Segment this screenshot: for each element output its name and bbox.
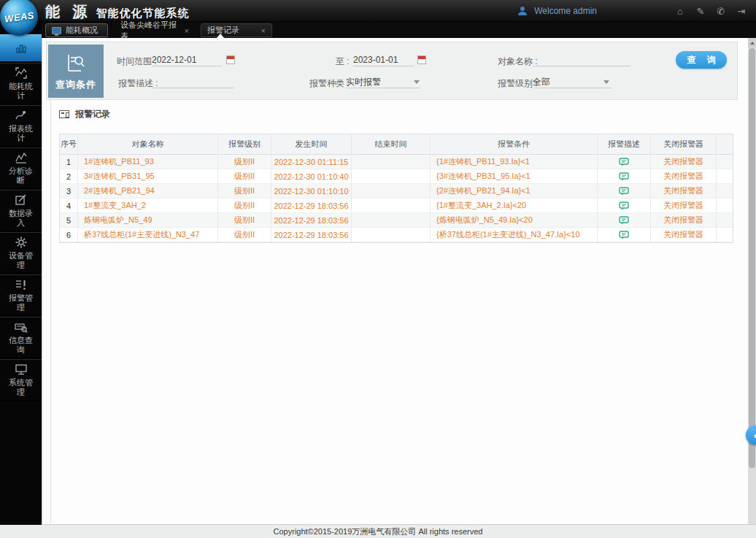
cell-level: 级别II: [218, 213, 271, 228]
sidebar-item-energy-stats[interactable]: 能耗统计: [0, 63, 42, 104]
calendar-icon[interactable]: [417, 55, 426, 64]
col-header-desc: 报警描述: [598, 134, 651, 155]
cell-extra: [717, 213, 733, 228]
app-title-secondary: 智能优化节能系统: [96, 7, 190, 20]
tab-alarm-records[interactable]: 报警记录 ×: [201, 23, 272, 37]
tab-energy-overview[interactable]: 能耗概况: [45, 23, 108, 37]
message-icon[interactable]: [619, 231, 629, 239]
message-icon[interactable]: [619, 172, 629, 181]
copyright-text: Copyright©2015-2019万洲电气有限公司 All rights r…: [274, 526, 483, 537]
time-range-label: 时间范围 :: [117, 55, 157, 68]
close-alarm-link[interactable]: 关闭报警器: [663, 156, 703, 167]
cell-description: [598, 184, 651, 199]
cell-extra: [717, 169, 733, 184]
cell-extra: [717, 155, 733, 169]
cell-no: 3: [60, 184, 78, 199]
close-alarm-link[interactable]: 关闭报警器: [663, 200, 703, 211]
cell-end-time: [352, 184, 431, 199]
col-header-level: 报警级别: [218, 134, 271, 155]
monitor-icon: [15, 363, 28, 376]
records-icon: [59, 110, 69, 118]
chevron-down-icon[interactable]: [414, 80, 420, 84]
sidebar-item-device-mgmt[interactable]: 设备管理: [0, 232, 42, 274]
cell-object-name: 炼钢电弧炉_N5_49: [78, 213, 218, 228]
cell-no: 1: [60, 155, 78, 169]
cell-condition: {2#连铸机_PB21_94.Ia}<1: [431, 184, 598, 199]
cell-start-time: 2022-12-30 01:11:15: [271, 155, 352, 169]
cell-object-name: 1#连铸机_PB11_93: [78, 155, 218, 169]
tab-bar: 能耗概况 设备尖峰谷平报表 × 报警记录 ×: [42, 22, 756, 38]
curve-dot-icon: [15, 109, 28, 122]
alarm-level-label: 报警级别 :: [498, 77, 538, 90]
close-alarm-link[interactable]: 关闭报警器: [663, 229, 703, 240]
close-alarm-link[interactable]: 关闭报警器: [663, 171, 703, 182]
cell-object-name: 桥37线总柜(1#主变进线)_N3_47: [78, 228, 218, 242]
cell-end-time: [352, 199, 431, 213]
sidebar-item-data-entry[interactable]: 数据录入: [0, 190, 42, 231]
footer-bar: Copyright©2015-2019万洲电气有限公司 All rights r…: [0, 524, 756, 538]
message-icon[interactable]: [619, 201, 629, 210]
col-header-extra: [717, 134, 733, 155]
cell-start-time: 2022-12-29 18:03:56: [271, 199, 352, 213]
close-alarm-link[interactable]: 关闭报警器: [663, 215, 703, 226]
close-tab-icon[interactable]: ×: [185, 26, 189, 35]
col-header-no: 序号: [60, 134, 78, 155]
sidebar-item-report-stats[interactable]: 报表统计: [0, 105, 42, 147]
sidebar-item-alarm-mgmt[interactable]: 报警管理: [0, 274, 42, 316]
cell-no: 5: [60, 213, 78, 228]
scroll-up-arrow[interactable]: [748, 38, 756, 47]
phone-icon[interactable]: ✆: [714, 6, 728, 17]
gear-icon: [15, 236, 28, 249]
calendar-icon[interactable]: [226, 55, 235, 64]
sidebar-item-home[interactable]: [0, 34, 42, 61]
table-row: 3 2#连铸机_PB21_94 级别II 2022-12-30 01:10:10…: [60, 184, 733, 199]
cell-level: 级别II: [218, 184, 271, 199]
message-icon[interactable]: [619, 216, 629, 225]
alarm-type-label: 报警种类 :: [309, 77, 350, 90]
col-header-name: 对象名称: [78, 134, 218, 155]
cell-condition: {1#整流变_3AH_2.Ia}<20: [431, 199, 598, 213]
zigzag-chart-icon: [15, 151, 28, 164]
sidebar-item-info-query[interactable]: 信息查询: [0, 317, 42, 358]
message-icon[interactable]: [619, 158, 629, 166]
query-panel: 查询条件 时间范围 : 2022-12-01 至 : 2023-01-01 对象…: [46, 42, 738, 100]
close-alarm-link[interactable]: 关闭报警器: [663, 185, 703, 196]
cell-start-time: 2022-12-30 01:10:40: [271, 169, 352, 184]
cell-start-time: 2022-12-30 01:10:10: [271, 184, 352, 199]
cell-start-time: 2022-12-29 18:03:56: [271, 228, 352, 242]
app-window: 能 源 智能优化节能系统 Welcome admin ⌂ ✎ ✆ ⇥ WEAS …: [0, 0, 756, 538]
date-from-input[interactable]: 2022-12-01: [152, 54, 222, 66]
cell-description: [598, 155, 651, 169]
sidebar-item-analysis[interactable]: 分析诊断: [0, 147, 42, 189]
cell-condition: {桥37线总柜(1#主变进线)_N3_47.Ia}<10: [431, 228, 598, 242]
close-tab-icon[interactable]: ×: [261, 26, 266, 35]
cell-description: [598, 199, 651, 213]
chevron-down-icon[interactable]: [603, 80, 609, 84]
col-header-close: 关闭报警器: [651, 134, 717, 155]
logout-icon[interactable]: ⇥: [734, 6, 749, 17]
to-label: 至 :: [336, 55, 350, 68]
alarm-desc-input[interactable]: [152, 76, 234, 88]
scrollbar-thumb[interactable]: [749, 48, 755, 468]
sidebar-item-system-mgmt[interactable]: 系统管理: [0, 359, 42, 401]
home-icon[interactable]: ⌂: [673, 6, 687, 17]
table-row: 6 桥37线总柜(1#主变进线)_N3_47 级别II 2022-12-29 1…: [60, 228, 733, 242]
cell-extra: [717, 199, 733, 213]
message-icon[interactable]: [619, 187, 629, 196]
table-row: 2 3#连铸机_PB31_95 级别II 2022-12-30 01:10:40…: [60, 169, 733, 184]
cell-condition: {3#连铸机_PB31_95.Ia}<1: [431, 169, 598, 184]
cell-start-time: 2022-12-29 18:03:56: [271, 213, 352, 228]
cell-object-name: 2#连铸机_PB21_94: [78, 184, 218, 199]
tab-peak-valley-report[interactable]: 设备尖峰谷平报表 ×: [115, 23, 195, 37]
query-button[interactable]: 查 询: [676, 51, 727, 69]
alarm-type-select[interactable]: 实时报警: [346, 76, 420, 88]
cell-object-name: 3#连铸机_PB31_95: [78, 169, 218, 184]
sidebar-nav: 能耗统计 报表统计 分析诊断 数据录入: [0, 22, 42, 525]
cell-level: 级别II: [218, 228, 271, 242]
object-name-input[interactable]: [533, 54, 630, 66]
cell-level: 级别II: [218, 199, 271, 213]
alarm-level-select[interactable]: 全部: [533, 76, 612, 88]
date-to-input[interactable]: 2023-01-01: [353, 54, 414, 66]
edit-icon[interactable]: ✎: [693, 6, 708, 17]
monitor-icon: [52, 27, 61, 34]
